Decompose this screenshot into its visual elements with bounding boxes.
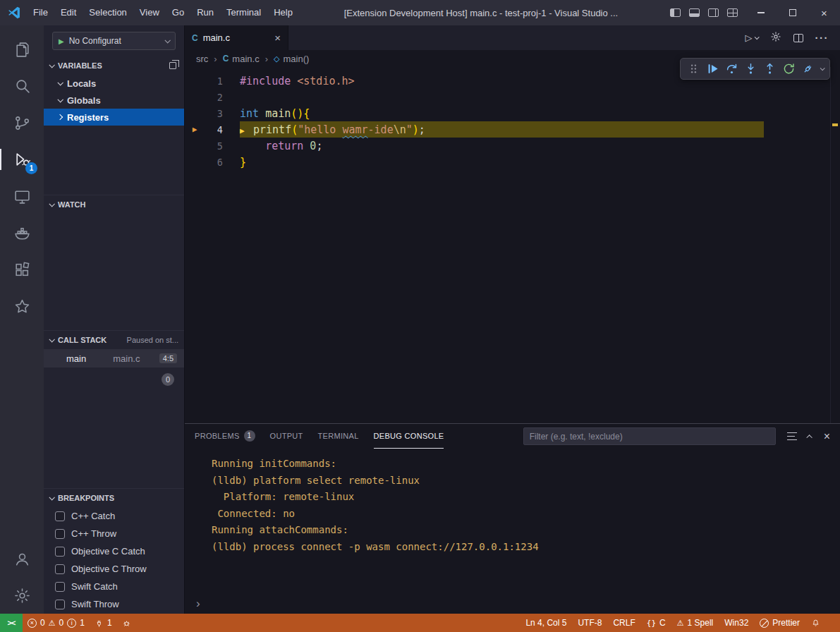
editor-settings-gear-icon[interactable] [770, 31, 781, 45]
close-panel-icon[interactable]: × [824, 431, 830, 442]
debug-session-chevron-icon[interactable] [817, 67, 826, 71]
breakpoint-item[interactable]: Swift Throw [44, 595, 184, 613]
variables-item-globals[interactable]: Globals [44, 92, 184, 109]
menu-view[interactable]: View [133, 0, 166, 25]
run-or-debug-icon[interactable]: ▷ [745, 32, 758, 43]
close-button[interactable]: × [808, 0, 840, 25]
language-mode-item[interactable]: {} C [641, 614, 671, 632]
code-editor[interactable]: 1#include <stdio.h>23int main(){▶4▶print… [185, 67, 840, 423]
breakpoint-checkbox[interactable] [55, 529, 65, 539]
run-and-debug-icon[interactable]: 1 [0, 141, 44, 178]
stack-frame-row[interactable]: main main.c 4:5 [44, 349, 184, 367]
toggle-secondary-sidebar-icon[interactable] [708, 8, 719, 17]
remote-explorer-icon[interactable] [0, 178, 44, 214]
console-output[interactable]: Running initCommands:(lldb) platform sel… [185, 449, 840, 594]
breakpoints-header[interactable]: BREAKPOINTS [44, 489, 184, 507]
breadcrumb-item[interactable]: src [196, 54, 208, 64]
platform-item[interactable]: Win32 [719, 614, 754, 632]
diagnostics-item[interactable]: × 0 ⚠ 0 i 1 [23, 614, 90, 632]
panel-tab-terminal[interactable]: TERMINAL [318, 424, 359, 449]
code-line-3[interactable]: 3int main(){ [185, 105, 840, 121]
menu-file[interactable]: File [27, 0, 54, 25]
search-icon[interactable] [0, 68, 44, 104]
console-filter-input[interactable] [523, 427, 776, 445]
continue-button[interactable] [703, 59, 722, 78]
breakpoint-checkbox[interactable] [55, 582, 65, 592]
console-input-row[interactable]: › [185, 594, 840, 614]
restart-button[interactable] [779, 59, 798, 78]
watch-section: WATCH [44, 195, 184, 330]
overview-ruler[interactable] [830, 67, 840, 423]
menu-help[interactable]: Help [267, 0, 299, 25]
watch-header[interactable]: WATCH [44, 195, 184, 214]
step-over-button[interactable] [722, 59, 741, 78]
encoding-item[interactable]: UTF-8 [572, 614, 607, 632]
accounts-icon[interactable] [0, 540, 44, 577]
breakpoint-checkbox[interactable] [55, 511, 65, 521]
customize-layout-icon[interactable] [727, 8, 738, 17]
menu-edit[interactable]: Edit [54, 0, 83, 25]
settings-gear-icon[interactable] [0, 577, 44, 614]
minimize-button[interactable] [745, 0, 777, 25]
ports-item[interactable]: 1 [90, 614, 117, 632]
toggle-panel-icon[interactable] [689, 8, 700, 17]
eol-item[interactable]: CRLF [607, 614, 640, 632]
notifications-bell-icon[interactable] [805, 614, 826, 632]
maximize-panel-icon[interactable] [806, 435, 812, 440]
code-line-4[interactable]: ▶4▶printf("hello wamr-ide\n"); [185, 121, 840, 138]
panel-tab-debug-console[interactable]: DEBUG CONSOLE [374, 424, 444, 449]
breakpoint-item[interactable]: Objective C Throw [44, 560, 184, 578]
breakpoint-checkbox[interactable] [55, 564, 65, 574]
debug-config-dropdown[interactable]: ▶ No Configurat [52, 32, 176, 50]
disconnect-button[interactable] [798, 59, 817, 78]
breakpoint-item[interactable]: Objective C Catch [44, 542, 184, 560]
breakpoint-checkbox[interactable] [55, 600, 65, 609]
code-line-2[interactable]: 2 [185, 89, 840, 105]
step-out-button[interactable] [760, 59, 779, 78]
panel-tab-output[interactable]: OUTPUT [270, 424, 303, 449]
code-line-6[interactable]: 6} [185, 154, 840, 170]
spell-checker-item[interactable]: ⚠ 1 Spell [671, 614, 719, 632]
cursor-position-item[interactable]: Ln 4, Col 5 [520, 614, 572, 632]
variables-header[interactable]: VARIABLES [44, 56, 184, 75]
breadcrumb-item[interactable]: Cmain.c [223, 54, 260, 64]
menu-run[interactable]: Run [190, 0, 220, 25]
call-stack-header[interactable]: CALL STACK Paused on st... [44, 331, 184, 349]
debug-status-item[interactable] [117, 614, 136, 632]
open-variables-view-icon[interactable] [169, 62, 176, 69]
breakpoint-arrow-icon[interactable]: ▶ [185, 125, 205, 134]
tab-main-c[interactable]: C main.c × [185, 25, 288, 50]
breakpoint-item[interactable]: C++ Throw [44, 525, 184, 542]
output-lines-icon[interactable] [787, 432, 797, 440]
menu-go[interactable]: Go [166, 0, 190, 25]
explorer-icon[interactable] [0, 31, 44, 68]
menu-selection[interactable]: Selection [83, 0, 133, 25]
warning-icon: ⚠ [677, 619, 684, 628]
menu-terminal[interactable]: Terminal [220, 0, 267, 25]
docker-icon[interactable] [0, 214, 44, 251]
chevron-down-icon [49, 336, 54, 342]
breakpoint-item[interactable]: Swift Catch [44, 578, 184, 595]
breadcrumb-item[interactable]: ◇main() [274, 54, 309, 64]
start-debugging-icon[interactable]: ▶ [59, 37, 64, 45]
panel-tab-problems[interactable]: PROBLEMS1 [195, 424, 255, 449]
plug-icon [95, 619, 104, 628]
titlebar: FileEditSelectionViewGoRunTerminalHelp [… [0, 0, 840, 25]
variables-item-registers[interactable]: Registers [44, 109, 184, 126]
drag-grip-icon[interactable] [684, 59, 703, 78]
extensions-icon[interactable] [0, 251, 44, 288]
code-line-5[interactable]: 5 return 0; [185, 138, 840, 154]
more-actions-icon[interactable]: ··· [815, 32, 829, 44]
breakpoint-checkbox[interactable] [55, 547, 65, 557]
maximize-button[interactable] [777, 0, 808, 25]
star-icon[interactable] [0, 288, 44, 324]
remote-indicator[interactable]: >< [0, 614, 23, 632]
split-editor-icon[interactable] [793, 34, 803, 42]
breakpoint-item[interactable]: C++ Catch [44, 507, 184, 525]
toggle-sidebar-icon[interactable] [670, 8, 681, 17]
variables-item-locals[interactable]: Locals [44, 75, 184, 92]
formatter-item[interactable]: Prettier [754, 614, 805, 632]
step-into-button[interactable] [741, 59, 760, 78]
source-control-icon[interactable] [0, 104, 44, 141]
close-tab-icon[interactable]: × [274, 32, 281, 44]
